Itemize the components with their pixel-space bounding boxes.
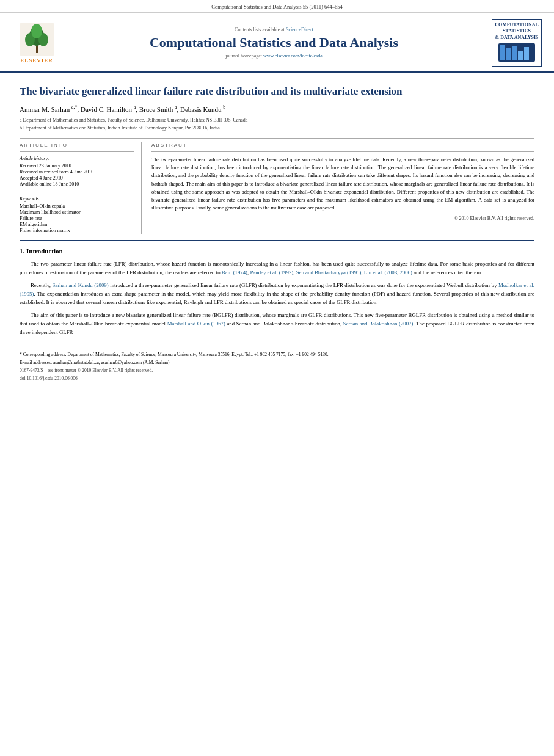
ref-pandey[interactable]: Pandey et al. (1993) [250, 269, 293, 275]
affiliation-b: b Department of Mathematics and Statisti… [20, 125, 534, 132]
rule-below-affiliations [20, 138, 534, 139]
paper-title: The bivariate generalized linear failure… [20, 85, 534, 98]
affiliations: a Department of Mathematics and Statisti… [20, 117, 534, 132]
contents-line: Contents lists available at ScienceDirec… [61, 27, 487, 32]
main-content: The bivariate generalized linear failure… [0, 73, 554, 391]
copyright-line: © 2010 Elsevier B.V. All rights reserved… [151, 216, 534, 221]
journal-logo-right: COMPUTATIONAL STATISTICS & DATA ANALYSIS [487, 19, 542, 67]
authors-line: Ammar M. Sarhan a,*, David C. Hamilton a… [20, 104, 534, 113]
elsevier-tree-icon [20, 23, 54, 56]
journal-header: ELSEVIER Contents lists available at Sci… [0, 13, 554, 73]
right-logo-box: COMPUTATIONAL STATISTICS & DATA ANALYSIS [492, 19, 542, 67]
journal-main-title: Computational Statistics and Data Analys… [61, 35, 487, 51]
ref-lin[interactable]: Lin et al. (2003, 2006) [364, 269, 412, 275]
intro-heading: 1. Introduction [20, 247, 534, 255]
ref-marshall-olkin[interactable]: Marshall and Olkin (1967) [167, 321, 225, 327]
journal-title-center: Contents lists available at ScienceDirec… [61, 27, 487, 59]
page: Computational Statistics and Data Analys… [0, 0, 554, 756]
svg-rect-8 [506, 48, 511, 60]
received-date: Received 23 January 2010 [20, 163, 134, 169]
rule-abstract [151, 151, 534, 152]
keyword-4: EM algorithm [20, 222, 134, 227]
svg-rect-7 [500, 45, 505, 60]
ref-bain[interactable]: Bain (1974) [222, 269, 247, 275]
intro-para1: The two-parameter linear failure rate (L… [20, 260, 534, 277]
intro-para2: Recently, Sarhan and Kundu (2009) introd… [20, 281, 534, 307]
svg-point-5 [31, 24, 42, 38]
rule-article-info [20, 151, 134, 152]
keyword-1: Marshall–Olkin copula [20, 203, 134, 209]
keyword-3: Failure rate [20, 216, 134, 221]
journal-homepage: journal homepage: www.elsevier.com/locat… [61, 53, 487, 59]
article-history-label: Article history: [20, 156, 134, 161]
ref-sarhan-balakrishnan[interactable]: Sarhan and Balakrishnan (2007) [343, 321, 414, 327]
available-date: Available online 18 June 2010 [20, 181, 134, 187]
svg-rect-10 [518, 51, 523, 60]
rule-keywords [20, 191, 134, 191]
abstract-column: ABSTRACT The two-parameter linear failur… [151, 142, 534, 234]
article-info-label: ARTICLE INFO [20, 142, 134, 148]
footnote-corresponding: * Corresponding address: Department of M… [20, 351, 534, 358]
article-info-column: ARTICLE INFO Article history: Received 2… [20, 142, 142, 234]
ref-sarhan-kundu[interactable]: Sarhan and Kundu (2009) [52, 282, 108, 288]
homepage-link[interactable]: www.elsevier.com/locate/csda [263, 53, 323, 59]
article-info-abstract-layout: ARTICLE INFO Article history: Received 2… [20, 142, 534, 234]
svg-rect-9 [512, 46, 517, 60]
revised-date: Received in revised form 4 June 2010 [20, 169, 134, 175]
elsevier-logo-left: ELSEVIER [12, 23, 61, 64]
ref-sen[interactable]: Sen and Bhattacharyya (1995) [296, 269, 362, 275]
journal-citation-bar: Computational Statistics and Data Analys… [0, 0, 554, 13]
journal-citation-text: Computational Statistics and Data Analys… [211, 4, 342, 10]
csda-logo-icon [498, 43, 535, 62]
section-separator-rule [20, 240, 534, 241]
footnote-doi: doi:10.1016/j.csda.2010.06.006 [20, 375, 534, 382]
abstract-label: ABSTRACT [151, 142, 534, 148]
accepted-date: Accepted 4 June 2010 [20, 175, 134, 181]
footnote-issn: 0167-9473/$ – see front matter © 2010 El… [20, 367, 534, 374]
footnote-area: * Corresponding address: Department of M… [20, 347, 534, 382]
keywords-label: Keywords: [20, 196, 134, 202]
keyword-5: Fisher information matrix [20, 228, 134, 233]
elsevier-logo: ELSEVIER [12, 23, 61, 64]
svg-rect-11 [524, 47, 529, 60]
sciencedirect-link[interactable]: ScienceDirect [286, 27, 313, 32]
abstract-text: The two-parameter linear failure rate di… [151, 156, 534, 212]
keyword-2: Maximum likelihood estimator [20, 209, 134, 215]
intro-para3: The aim of this paper is to introduce a … [20, 311, 534, 336]
elsevier-label: ELSEVIER [20, 57, 53, 64]
footnote-email: E-mail addresses: asarhan@mathstat.dal.c… [20, 359, 534, 366]
affiliation-a: a Department of Mathematics and Statisti… [20, 117, 534, 124]
